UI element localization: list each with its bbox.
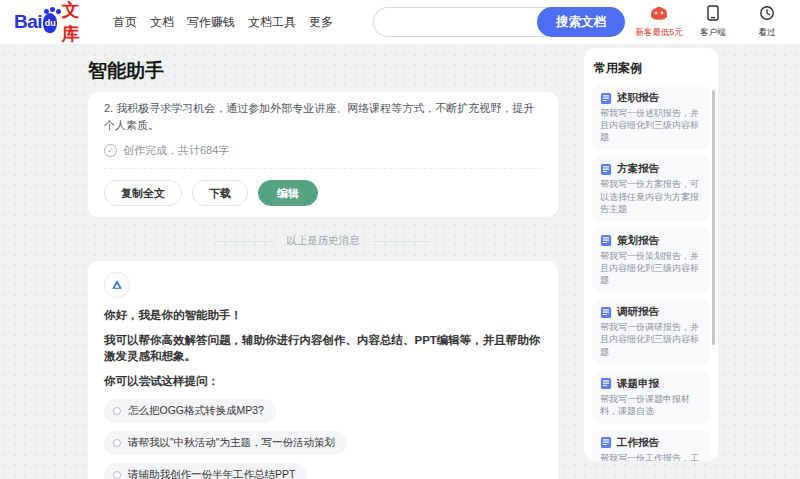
baidu-wenku-logo[interactable]: Bai du 文库 xyxy=(14,0,86,46)
navbar-utilities: 新客最低5元 客户端 看过 xyxy=(635,5,800,39)
viewed-history[interactable]: 看过 xyxy=(743,5,791,39)
edit-button[interactable]: 编辑 xyxy=(258,180,318,206)
divider-line-left xyxy=(216,241,274,242)
case-desc: 帮我写一份述职报告，并且内容细化到三级内容标题 xyxy=(600,107,702,143)
logo-text-bai: Bai xyxy=(14,11,42,33)
suggestion-label: 请帮我以"中秋活动"为主题，写一份活动策划 xyxy=(128,436,335,450)
chat-main: 智能助手 2. 我积极寻求学习机会，通过参加外部专业讲座、网络课程等方式，不断扩… xyxy=(88,45,558,479)
promo-label: 新客最低5元 xyxy=(635,27,682,39)
case-card-cehua-report[interactable]: 策划报告 帮我写一份策划报告，并且内容细化到三级内容标题 xyxy=(592,228,710,293)
main-nav: 首页 文档 写作赚钱 文档工具 更多 xyxy=(100,14,333,31)
suggestion-label: 怎么把OGG格式转换成MP3? xyxy=(128,404,264,418)
bullet-icon xyxy=(113,407,121,415)
document-icon xyxy=(600,163,612,176)
history-divider-label: 以上是历史消息 xyxy=(286,234,360,248)
suggestion-row: 请帮我以"中秋活动"为主题，写一份活动策划 xyxy=(104,431,542,455)
copy-all-button[interactable]: 复制全文 xyxy=(104,180,182,206)
case-card-fangan-report[interactable]: 方案报告 帮我写一份方案报告，可以选择任意内容为方案报告主题 xyxy=(592,156,710,221)
new-user-promo[interactable]: 新客最低5元 xyxy=(635,5,683,39)
case-head: 方案报告 xyxy=(600,162,702,176)
common-cases-panel: 常用案例 述职报告 帮我写一份述职报告，并且内容细化到三级内容标题 方案报告 帮… xyxy=(584,48,718,461)
case-card-diaoyan-report[interactable]: 调研报告 帮我写一份调研报告，并且内容细化到三级内容标题 xyxy=(592,299,710,364)
nav-item-more[interactable]: 更多 xyxy=(309,14,333,31)
creation-status: ✓ 创作完成，共计684字 xyxy=(104,143,542,158)
history-message-card: 2. 我积极寻求学习机会，通过参加外部专业讲座、网络课程等方式，不断扩充视野，提… xyxy=(88,92,558,217)
case-head: 课题申报 xyxy=(600,377,702,391)
document-icon xyxy=(600,377,612,390)
search-bar: 搜索文档 xyxy=(373,7,625,37)
logo-text-wenku: 文库 xyxy=(61,0,86,46)
greeting-line2: 我可以帮你高效解答问题，辅助你进行内容创作、内容总结、PPT编辑等，并且帮助你激… xyxy=(104,332,542,364)
case-title: 课题申报 xyxy=(617,377,659,391)
case-desc: 帮我写一份调研报告，并且内容细化到三级内容标题 xyxy=(600,321,702,357)
phone-icon xyxy=(706,5,720,25)
case-title: 工作报告 xyxy=(617,436,659,450)
case-desc: 帮我写一份方案报告，可以选择任意内容为方案报告主题 xyxy=(600,178,702,214)
dashed-separator xyxy=(104,168,542,169)
nav-item-home[interactable]: 首页 xyxy=(113,14,137,31)
check-circle-icon: ✓ xyxy=(104,144,117,157)
divider-line-right xyxy=(372,241,430,242)
case-card-gongzuo-report[interactable]: 工作报告 帮我写一份工作报告，工作类型随机 xyxy=(592,430,710,461)
case-title: 述职报告 xyxy=(617,91,659,105)
document-icon xyxy=(600,436,612,449)
history-actions: 复制全文 下载 编辑 xyxy=(104,180,542,206)
greeting-line1: 你好，我是你的智能助手！ xyxy=(104,307,542,323)
nav-item-docs[interactable]: 文档 xyxy=(150,14,174,31)
greeting-line3: 你可以尝试这样提问： xyxy=(104,373,542,389)
assistant-logo-icon xyxy=(109,277,125,293)
suggestion-row: 请辅助我创作一份半年工作总结PPT xyxy=(104,463,542,479)
case-desc: 帮我写一份课题申报材料，课题自选 xyxy=(600,393,702,417)
case-title: 策划报告 xyxy=(617,234,659,248)
client-app[interactable]: 客户端 xyxy=(689,5,737,39)
document-icon xyxy=(600,306,612,319)
case-title: 调研报告 xyxy=(617,305,659,319)
assistant-greeting-card: 你好，我是你的智能助手！ 我可以帮你高效解答问题，辅助你进行内容创作、内容总结、… xyxy=(88,261,558,479)
case-desc: 帮我写一份策划报告，并且内容细化到三级内容标题 xyxy=(600,250,702,286)
nav-item-write-earn[interactable]: 写作赚钱 xyxy=(187,14,235,31)
search-button[interactable]: 搜索文档 xyxy=(537,7,625,37)
sidebar-scrollbar[interactable] xyxy=(712,90,715,345)
case-desc: 帮我写一份工作报告，工作类型随机 xyxy=(600,452,702,461)
document-icon xyxy=(600,234,612,247)
search-input[interactable] xyxy=(373,7,553,37)
assistant-avatar xyxy=(104,272,130,298)
suggestion-chip-midautumn-plan[interactable]: 请帮我以"中秋活动"为主题，写一份活动策划 xyxy=(104,431,347,455)
clock-icon xyxy=(759,5,775,25)
promo-icon xyxy=(649,5,669,25)
bullet-icon xyxy=(113,439,121,447)
client-app-label: 客户端 xyxy=(700,27,726,39)
suggestion-row: 怎么把OGG格式转换成MP3? xyxy=(104,399,542,423)
case-card-keti-shenbao[interactable]: 课题申报 帮我写一份课题申报材料，课题自选 xyxy=(592,371,710,424)
history-partial-text: 2. 我积极寻求学习机会，通过参加外部专业讲座、网络课程等方式，不断扩充视野，提… xyxy=(104,100,542,133)
suggestion-chip-ogg-mp3[interactable]: 怎么把OGG格式转换成MP3? xyxy=(104,399,276,423)
case-head: 策划报告 xyxy=(600,234,702,248)
download-button[interactable]: 下载 xyxy=(192,180,248,206)
baidu-paw-icon: du xyxy=(43,13,57,33)
page-title: 智能助手 xyxy=(88,58,558,84)
case-head: 调研报告 xyxy=(600,305,702,319)
nav-item-doc-tools[interactable]: 文档工具 xyxy=(248,14,296,31)
suggestion-chip-halfyear-ppt[interactable]: 请辅助我创作一份半年工作总结PPT xyxy=(104,463,307,479)
case-head: 工作报告 xyxy=(600,436,702,450)
common-cases-title: 常用案例 xyxy=(594,60,710,77)
case-head: 述职报告 xyxy=(600,91,702,105)
bullet-icon xyxy=(113,471,121,479)
suggestion-list: 怎么把OGG格式转换成MP3? 请帮我以"中秋活动"为主题，写一份活动策划 请辅… xyxy=(104,399,542,479)
top-navbar: Bai du 文库 首页 文档 写作赚钱 文档工具 更多 搜索文档 新客最低5元… xyxy=(0,0,800,45)
case-title: 方案报告 xyxy=(617,162,659,176)
history-divider: 以上是历史消息 xyxy=(88,234,558,248)
case-card-shuzhi-report[interactable]: 述职报告 帮我写一份述职报告，并且内容细化到三级内容标题 xyxy=(592,85,710,150)
creation-status-text: 创作完成，共计684字 xyxy=(123,143,229,158)
suggestion-label: 请辅助我创作一份半年工作总结PPT xyxy=(128,468,295,479)
viewed-label: 看过 xyxy=(759,27,776,39)
document-icon xyxy=(600,92,612,105)
